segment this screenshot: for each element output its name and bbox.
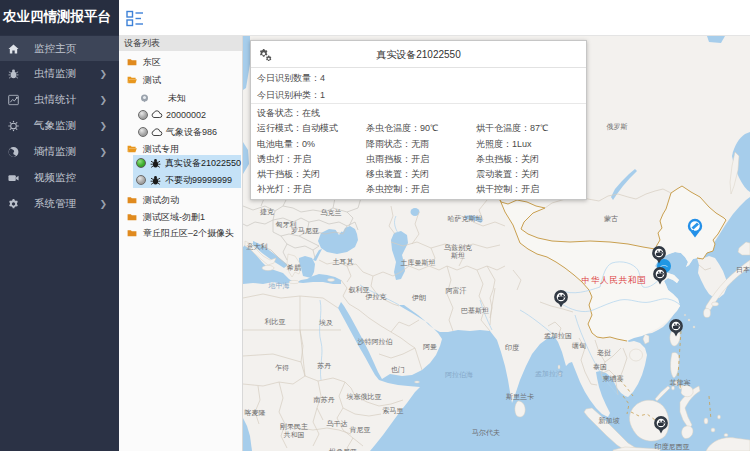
svg-text:新加坡: 新加坡 <box>599 416 620 424</box>
svg-text:柬埔寨: 柬埔寨 <box>603 374 624 383</box>
svg-text:蒙古: 蒙古 <box>604 215 618 223</box>
svg-text:土库曼斯坦: 土库曼斯坦 <box>401 259 436 267</box>
svg-text:缅甸: 缅甸 <box>572 342 586 350</box>
svg-text:利比亚: 利比亚 <box>265 318 286 326</box>
svg-text:地中海: 地中海 <box>268 282 290 290</box>
svg-text:沙特阿拉伯: 沙特阿拉伯 <box>358 338 393 346</box>
svg-text:共和国: 共和国 <box>284 431 305 439</box>
svg-text:日本: 日本 <box>736 266 750 274</box>
svg-text:巴基斯坦: 巴基斯坦 <box>461 307 489 314</box>
svg-text:苏丹: 苏丹 <box>317 362 331 369</box>
svg-text:阿拉伯海: 阿拉伯海 <box>445 371 473 379</box>
svg-text:泰国: 泰国 <box>593 363 607 371</box>
svg-text:肯尼亚: 肯尼亚 <box>350 426 371 433</box>
svg-text:罗马尼亚: 罗马尼亚 <box>291 227 319 235</box>
svg-text:斯里兰卡: 斯里兰卡 <box>506 393 534 401</box>
svg-text:菲律宾: 菲律宾 <box>670 379 691 387</box>
svg-text:意大利: 意大利 <box>247 243 268 251</box>
svg-text:埃及: 埃及 <box>318 319 333 326</box>
svg-text:也门: 也门 <box>391 366 405 373</box>
svg-text:南苏丹: 南苏丹 <box>314 396 335 403</box>
svg-text:孟加拉湾: 孟加拉湾 <box>535 370 563 378</box>
svg-text:印度: 印度 <box>505 344 519 352</box>
svg-text:乌干达: 乌干达 <box>327 420 348 427</box>
svg-text:老挝: 老挝 <box>597 349 611 357</box>
svg-text:埃塞俄比亚: 埃塞俄比亚 <box>346 393 382 401</box>
svg-text:阿富汗: 阿富汗 <box>446 286 467 295</box>
svg-text:喀麦隆: 喀麦隆 <box>245 409 266 417</box>
svg-text:哈萨克斯坦: 哈萨克斯坦 <box>448 215 483 223</box>
svg-text:孟加拉国: 孟加拉国 <box>544 332 572 340</box>
svg-text:俄罗斯: 俄罗斯 <box>607 123 628 131</box>
svg-text:乌克兰: 乌克兰 <box>321 209 342 217</box>
svg-text:阿曼: 阿曼 <box>423 343 437 351</box>
svg-text:捷克: 捷克 <box>260 208 274 216</box>
svg-text:土耳其: 土耳其 <box>333 258 354 266</box>
svg-text:希腊: 希腊 <box>286 264 301 272</box>
svg-text:斯坦: 斯坦 <box>451 252 465 259</box>
svg-text:索马里: 索马里 <box>383 407 404 414</box>
svg-text:刚果民主: 刚果民主 <box>280 422 308 431</box>
svg-text:伊朗: 伊朗 <box>412 294 426 301</box>
svg-text:马尔代夫: 马尔代夫 <box>472 429 500 436</box>
svg-text:印度尼西亚: 印度尼西亚 <box>655 443 690 451</box>
svg-text:伊拉克: 伊拉克 <box>366 293 387 301</box>
svg-text:中华人民共和国: 中华人民共和国 <box>581 275 646 285</box>
svg-text:乌兹别克: 乌兹别克 <box>444 244 472 252</box>
svg-text:乍得: 乍得 <box>275 364 289 372</box>
